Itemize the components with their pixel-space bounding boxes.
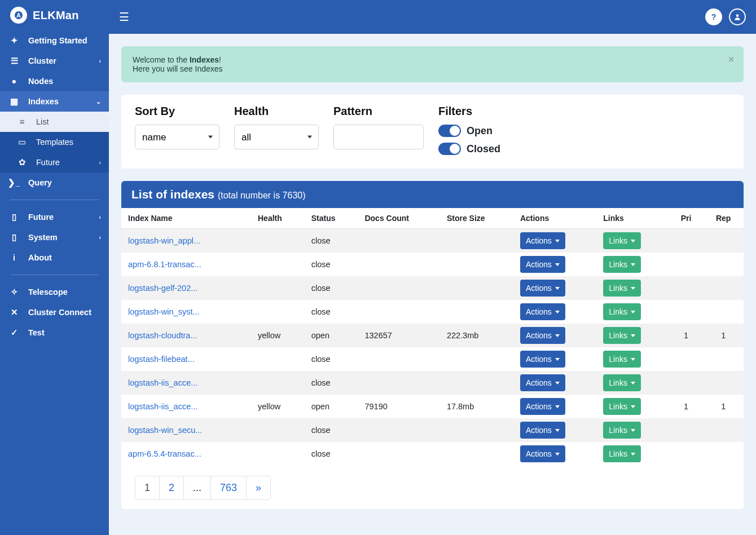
actions-button[interactable]: Actions: [520, 256, 565, 273]
index-name-link[interactable]: apm-6.5.4-transac...: [128, 449, 201, 458]
nav-primary: ✦Getting Started ☰Cluster‹ ●Nodes ▦Index…: [0, 30, 109, 343]
health-cell: [251, 229, 305, 253]
caret-down-icon: [631, 405, 635, 408]
closed-toggle[interactable]: [438, 143, 461, 155]
docs-cell: [358, 371, 439, 395]
links-button[interactable]: Links: [603, 351, 641, 368]
page-1[interactable]: 1: [135, 476, 160, 500]
sidebar-item-templates[interactable]: ▭Templates: [0, 132, 109, 152]
actions-button[interactable]: Actions: [520, 232, 565, 249]
col-rep: Rep: [703, 208, 744, 229]
links-button[interactable]: Links: [603, 303, 641, 320]
pri-cell: [669, 300, 704, 324]
page-next[interactable]: »: [247, 476, 271, 500]
actions-button[interactable]: Actions: [520, 398, 565, 415]
index-name-link[interactable]: logstash-iis_acce...: [128, 402, 197, 411]
docs-cell: 132657: [358, 324, 439, 347]
index-name-link[interactable]: logstash-cloudtra...: [128, 331, 197, 340]
server-icon: ☰: [8, 56, 20, 65]
index-name-link[interactable]: logstash-iis_acce...: [128, 378, 197, 387]
sort-by-label: Sort By: [135, 105, 219, 118]
docs-cell: [358, 276, 439, 300]
index-name-link[interactable]: logstash-win_syst...: [128, 307, 200, 316]
actions-button[interactable]: Actions: [520, 303, 565, 320]
check-icon: ✓: [8, 328, 20, 337]
actions-button[interactable]: Actions: [520, 374, 565, 391]
col-links: Links: [596, 208, 669, 229]
open-toggle[interactable]: [438, 125, 461, 137]
index-name-link[interactable]: logstash-filebeat...: [128, 355, 195, 364]
table-row: logstash-win_appl...closeActions Links: [121, 229, 744, 253]
sidebar-item-getting-started[interactable]: ✦Getting Started: [0, 30, 109, 51]
sidebar: A ELKMan ✦Getting Started ☰Cluster‹ ●Nod…: [0, 0, 109, 535]
page-last[interactable]: 763: [211, 476, 247, 500]
links-button[interactable]: Links: [603, 374, 641, 391]
rep-cell: 1: [703, 324, 744, 347]
caret-down-icon: [631, 382, 635, 384]
size-cell: [440, 442, 513, 466]
links-button[interactable]: Links: [603, 422, 641, 439]
links-button[interactable]: Links: [603, 232, 641, 249]
rep-cell: [703, 229, 744, 253]
index-name-link[interactable]: logstash-win_appl...: [128, 236, 200, 245]
pri-cell: [669, 442, 704, 466]
sidebar-item-future[interactable]: ✿Future‹: [0, 152, 109, 173]
chevron-left-icon: ‹: [99, 58, 101, 64]
sidebar-item-list[interactable]: ≡List: [0, 112, 109, 132]
actions-button[interactable]: Actions: [520, 327, 565, 344]
docs-cell: [358, 418, 439, 442]
status-cell: close: [305, 253, 358, 276]
docs-cell: [358, 229, 439, 253]
caret-down-icon: [555, 287, 560, 290]
links-button[interactable]: Links: [603, 398, 641, 415]
pri-cell: [669, 253, 704, 276]
index-name-link[interactable]: logstash-gelf-202...: [128, 284, 197, 293]
table-row: apm-6.8.1-transac...closeActions Links: [121, 253, 744, 276]
sidebar-item-cluster[interactable]: ☰Cluster‹: [0, 51, 109, 71]
docs-cell: [358, 347, 439, 371]
health-cell: [251, 442, 305, 466]
index-name-link[interactable]: apm-6.8.1-transac...: [128, 260, 201, 269]
close-icon[interactable]: ×: [728, 53, 735, 66]
sidebar-item-system[interactable]: ▯System‹: [0, 227, 109, 247]
rocket-icon: ✦: [8, 36, 20, 45]
hamburger-icon[interactable]: ☰: [119, 10, 129, 24]
health-cell: [251, 253, 305, 276]
actions-button[interactable]: Actions: [520, 351, 565, 368]
links-button[interactable]: Links: [603, 445, 641, 462]
status-cell: open: [305, 395, 358, 418]
health-select[interactable]: all: [234, 125, 319, 149]
links-button[interactable]: Links: [603, 327, 641, 344]
caret-down-icon: [555, 263, 560, 266]
sidebar-item-test[interactable]: ✓Test: [0, 322, 109, 343]
pattern-input[interactable]: [333, 125, 424, 149]
sort-by-select[interactable]: name: [135, 125, 219, 149]
open-toggle-label: Open: [467, 125, 493, 137]
sidebar-item-about[interactable]: iAbout: [0, 247, 109, 268]
links-button[interactable]: Links: [603, 256, 641, 273]
sidebar-item-indexes[interactable]: ▦Indexes⌄: [0, 91, 109, 112]
caret-down-icon: [631, 287, 635, 290]
page-2[interactable]: 2: [160, 476, 184, 500]
brand[interactable]: A ELKMan: [0, 0, 109, 30]
sidebar-item-telescope[interactable]: ✧Telescope: [0, 282, 109, 302]
indexes-panel: List of indexes (total number is 7630) I…: [121, 181, 744, 509]
pri-cell: [669, 418, 704, 442]
logo-glyph-icon: A: [14, 11, 23, 20]
sidebar-item-cluster-connect[interactable]: ✕Cluster Connect: [0, 302, 109, 322]
actions-button[interactable]: Actions: [520, 445, 565, 462]
sidebar-item-nodes[interactable]: ●Nodes: [0, 71, 109, 91]
sidebar-item-future-2[interactable]: ▯Future‹: [0, 207, 109, 227]
actions-button[interactable]: Actions: [520, 280, 565, 297]
links-button[interactable]: Links: [603, 280, 641, 297]
help-button[interactable]: ?: [705, 8, 722, 25]
page-ellipsis: ...: [184, 476, 211, 500]
sidebar-item-query[interactable]: ❯_Query: [0, 173, 109, 193]
table-row: logstash-cloudtra...yellowopen132657222.…: [121, 324, 744, 347]
pri-cell: [669, 229, 704, 253]
rep-cell: [703, 276, 744, 300]
index-name-link[interactable]: logstash-win_secu...: [128, 426, 202, 435]
file-icon: ▯: [8, 233, 20, 242]
actions-button[interactable]: Actions: [520, 422, 565, 439]
user-button[interactable]: [729, 8, 746, 25]
